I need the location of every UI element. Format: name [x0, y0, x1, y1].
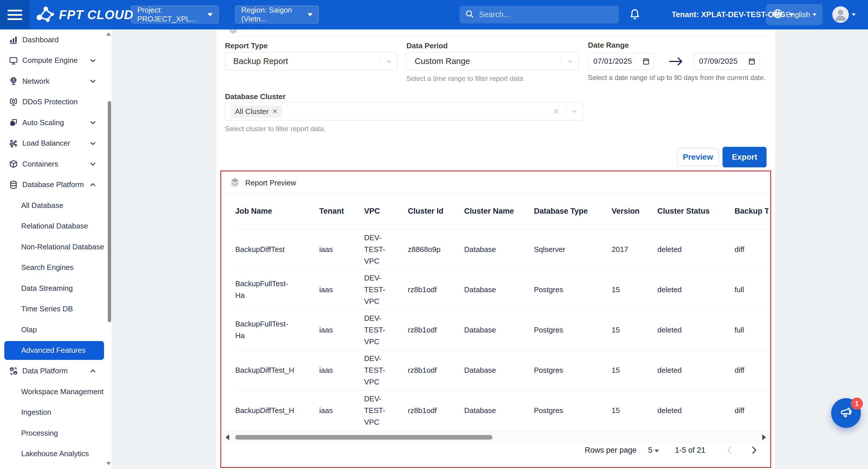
sidebar-item-advanced-features[interactable]: Advanced Features — [4, 341, 104, 360]
sidebar-item-ddos-protection[interactable]: DDoS Protection — [0, 92, 112, 112]
next-page-button[interactable] — [750, 445, 758, 455]
scroll-right-arrow-icon[interactable] — [762, 434, 766, 440]
sidebar-item-ingestion[interactable]: Ingestion — [0, 402, 112, 423]
avatar-icon — [832, 6, 849, 23]
sidebar-item-lakehouse-analytics[interactable]: Lakehouse Analytics — [0, 443, 112, 464]
cluster-chip-label: All Cluster — [235, 107, 269, 116]
previous-page-button[interactable] — [725, 445, 734, 455]
sidebar-item-label: Dashboard — [22, 35, 59, 44]
chevron-down-icon — [566, 108, 583, 115]
sidebar-item-data-platform[interactable]: Data Platform — [0, 361, 112, 381]
database-cluster-multiselect[interactable]: All Cluster ✕ ✕ — [225, 102, 583, 121]
rows-per-page-select[interactable]: 5 — [648, 446, 659, 455]
search-icon — [465, 9, 474, 20]
report-type-select[interactable]: Backup Report — [225, 52, 397, 70]
export-button[interactable]: Export — [722, 147, 767, 167]
project-dropdown-label: Project: PROJECT_XPL... — [137, 6, 203, 24]
sidebar-item-label: Auto Scaling — [22, 118, 64, 127]
hamburger-menu-icon[interactable] — [0, 0, 29, 29]
sidebar-item-search-engines[interactable]: Search Engines — [0, 257, 112, 278]
date-end-value: 07/09/2025 — [699, 57, 738, 66]
table-cell: DEV-TEST-VPC — [364, 312, 408, 347]
sidebar-item-label: Processing — [21, 429, 58, 438]
table-cell: full — [735, 324, 769, 336]
sidebar-item-relational-database[interactable]: Relational Database — [0, 216, 112, 237]
sidebar-item-label: Database Platform — [22, 180, 84, 189]
chevron-down-icon — [89, 119, 97, 127]
sidebar-item-workspace-management[interactable]: Workspace Management — [0, 381, 112, 402]
clear-icon[interactable]: ✕ — [547, 107, 566, 116]
sidebar-item-all-database[interactable]: All Database — [0, 195, 112, 216]
table-cell: rz8b1odf — [408, 365, 464, 376]
notification-badge: 1 — [851, 398, 863, 410]
sidebar-item-label: All Database — [21, 201, 63, 210]
table-cell: BackupDiffTest_H — [235, 405, 319, 416]
table-cell: Sqlserver — [534, 244, 612, 255]
date-range-end-input[interactable]: 07/09/2025 — [694, 53, 760, 70]
sidebar-item-label: Workspace Management — [21, 387, 104, 396]
notification-bell-icon[interactable] — [628, 8, 641, 21]
database-platform-icon — [8, 180, 18, 190]
sidebar-item-label: Load Balancer — [22, 139, 70, 148]
sidebar-item-data-streaming[interactable]: Data Streaming — [0, 278, 112, 299]
sidebar-scrollbar-thumb[interactable] — [108, 101, 111, 322]
chevron-down-icon — [89, 57, 97, 65]
project-dropdown[interactable]: Project: PROJECT_XPL... — [131, 6, 219, 24]
table-cell: z8868o9p — [408, 244, 464, 255]
table-row: BackupFullTest-HaiaasDEV-TEST-VPCrz8b1od… — [235, 310, 769, 350]
molecule-logo-icon — [35, 5, 56, 25]
calendar-icon[interactable] — [748, 58, 756, 65]
sidebar-item-label: Lakehouse Analytics — [21, 449, 89, 458]
cluster-chip[interactable]: All Cluster ✕ — [231, 105, 282, 118]
table-cell: 15 — [612, 405, 657, 416]
sidebar-item-processing[interactable]: Processing — [0, 423, 112, 443]
scroll-left-arrow-icon[interactable] — [225, 434, 229, 440]
sidebar-item-auto-scaling[interactable]: Auto Scaling — [0, 112, 112, 133]
data-period-select[interactable]: Custom Range — [406, 52, 579, 70]
sidebar-item-load-balancer[interactable]: Load Balancer — [0, 133, 112, 154]
sidebar-item-label: Non-Relational Database — [21, 242, 104, 252]
calendar-icon[interactable] — [642, 58, 650, 65]
search-placeholder: Search... — [479, 10, 510, 19]
column-header-cluster-name: Cluster Name — [464, 205, 534, 217]
scrollbar-up-arrow-icon[interactable] — [106, 32, 111, 36]
report-type-value: Backup Report — [225, 57, 288, 66]
table-cell: iaas — [319, 284, 364, 296]
date-range-start-input[interactable]: 07/01/2025 — [588, 53, 654, 70]
sidebar-item-non-relational-database[interactable]: Non-Relational Database — [0, 236, 112, 257]
table-cell: Database — [464, 244, 534, 255]
load-balancer-icon — [8, 138, 18, 148]
sidebar-item-dashboard[interactable]: Dashboard — [0, 29, 112, 50]
sidebar-item-olap[interactable]: Olap — [0, 319, 112, 340]
caret-down-icon — [308, 13, 313, 16]
sidebar-item-database-platform[interactable]: Database Platform — [0, 174, 112, 195]
region-dropdown[interactable]: Region: Saigon (Vietn... — [235, 6, 319, 24]
table-cell: deleted — [657, 244, 735, 255]
sidebar-item-label: Search Engines — [21, 263, 74, 272]
table-cell: Database — [464, 405, 534, 416]
user-avatar[interactable] — [832, 6, 856, 23]
sidebar-item-time-series-db[interactable]: Time Series DB — [0, 299, 112, 320]
horizontal-scrollbar — [222, 431, 769, 443]
table-cell: Postgres — [534, 405, 612, 416]
report-type-label: Report Type — [225, 41, 268, 50]
sidebar-item-network[interactable]: Network — [0, 71, 112, 92]
scrollbar-down-arrow-icon[interactable] — [106, 462, 111, 465]
table-cell: deleted — [657, 284, 735, 296]
chip-remove-icon[interactable]: ✕ — [272, 108, 278, 115]
sidebar-item-label: Time Series DB — [21, 304, 73, 313]
database-cluster-label: Database Cluster — [225, 92, 285, 101]
data-period-value: Custom Range — [407, 57, 470, 66]
column-header-backup-ty: Backup Ty — [735, 205, 769, 217]
horizontal-scrollbar-thumb[interactable] — [235, 435, 492, 440]
table-cell: BackupDiffTest — [235, 244, 319, 255]
search-input[interactable]: Search... — [460, 6, 619, 24]
table-cell: iaas — [319, 365, 364, 376]
preview-button[interactable]: Preview — [677, 148, 719, 166]
pagination: Rows per page 5 1-5 of 21 — [585, 442, 758, 458]
language-dropdown[interactable]: English — [766, 4, 823, 25]
sidebar-item-containers[interactable]: Containers — [0, 154, 112, 174]
layers-icon — [229, 176, 241, 189]
caret-down-icon — [208, 13, 213, 16]
sidebar-item-compute-engine[interactable]: Compute Engine — [0, 50, 112, 71]
